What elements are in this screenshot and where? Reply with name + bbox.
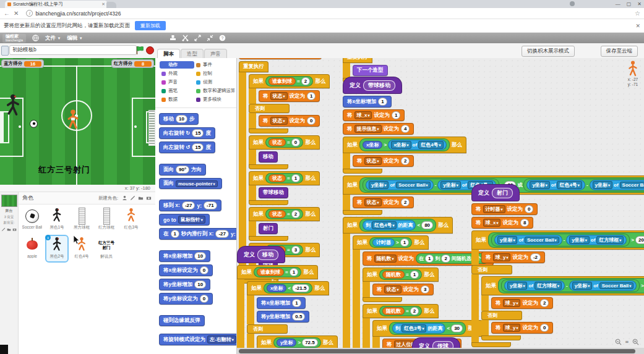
operator-reporter[interactable]: 到 红色3号▾ 的距离 < 30: [389, 322, 466, 335]
sprite-item[interactable]: i黑色2号: [45, 235, 69, 263]
c-block-head[interactable]: 如果 到 红色3号▾ 的距离 < 30 那么: [372, 320, 483, 337]
block-number-input[interactable]: -27: [215, 230, 229, 238]
stage-thumbnail-panel[interactable]: 舞台 3 背景 新背景:: [0, 192, 19, 354]
stage-thumbnail[interactable]: [1, 195, 17, 207]
stop-button[interactable]: [146, 46, 154, 54]
block-number-input[interactable]: 0: [540, 324, 549, 332]
block-dropdown[interactable]: 球_x▾: [483, 219, 501, 227]
block-number-input[interactable]: 0: [525, 205, 533, 213]
stage-size-toggle[interactable]: [1, 46, 9, 56]
c-block[interactable]: 如果 谁拿到球 = 1 那么如果 x坐标 < -21.5 那么将x坐标增加 1将…: [237, 265, 339, 354]
block-number-input[interactable]: 1: [171, 230, 179, 238]
c-block[interactable]: 如果 随机数 = 1 那么将 状态▾ 设定为 3: [363, 268, 439, 302]
block-number-input[interactable]: 90°: [176, 166, 189, 174]
sensing-reporter[interactable]: 到 红色3号▾ 的距离: [392, 323, 445, 334]
app-logo[interactable]: 编程家 bianchengjia: [2, 34, 26, 43]
block-dropdown[interactable]: 状态▾: [384, 285, 401, 293]
grow-sprite-icon[interactable]: [194, 35, 201, 41]
sensing-reporter[interactable]: x坐标▾ of 红色4号▾: [388, 140, 447, 150]
block-data[interactable]: 将 状态▾ 设定为 3: [372, 284, 434, 295]
block-custom[interactable]: 移动: [259, 151, 278, 162]
sprite-item[interactable]: 红方三号射门解说员: [95, 235, 118, 263]
block-motion[interactable]: 面向 mouse-pointer▾: [159, 178, 222, 189]
block-number-input[interactable]: 0: [291, 138, 300, 146]
block-number-input[interactable]: 8: [520, 219, 529, 227]
block-dropdown[interactable]: Soccer Ball▾: [525, 237, 559, 243]
c-block[interactable]: 如果 y坐标▾ of Soccer Ball▾ - y坐标▾ of 红方球框▾ …: [471, 230, 644, 347]
reporter-block[interactable]: x坐标: [363, 141, 382, 149]
c-block[interactable]: 如果 x坐标 > x坐标▾ of 红色4号▾ 那么将 状态▾ 设定为 2: [343, 137, 466, 174]
operator-reporter[interactable]: 谁拿到球 = 2: [265, 76, 313, 86]
horizontal-scrollbar-thumb[interactable]: [239, 349, 635, 353]
block-data[interactable]: 将 状态▾ 设定为 2: [353, 196, 414, 208]
camera-backdrop-icon[interactable]: [12, 227, 17, 232]
block-custom[interactable]: 射门: [259, 223, 278, 234]
block-motion[interactable]: go to 鼠标指针▾: [159, 214, 210, 225]
page-info-icon[interactable]: i: [26, 10, 33, 17]
block-dropdown[interactable]: 提示信息▾: [354, 125, 382, 133]
c-block[interactable]: 如果 状态 = 2 那么射门: [249, 207, 320, 241]
url-box[interactable]: i bianchengjia.cn/scratch/project/4326: [22, 9, 631, 17]
block-dropdown[interactable]: 鼠标指针▾: [178, 216, 205, 224]
save-to-cloud-button[interactable]: 保存至云端: [601, 46, 638, 57]
block-number-input[interactable]: 1: [290, 268, 298, 276]
c-block-head[interactable]: 如果 状态 = 0 那么: [249, 135, 320, 150]
palette-category[interactable]: 动作: [160, 61, 194, 69]
block-looks[interactable]: 下一个造型: [353, 65, 388, 76]
minimize-icon[interactable]: —: [616, 1, 620, 7]
script-area[interactable]: x: -27 y: -71 重复执行如果 谁拿到球 = 2 那么将 状态▾ 设定…: [237, 58, 644, 354]
browser-profile-avatar[interactable]: [570, 1, 575, 6]
operator-reporter[interactable]: 到 红色4号▾ 的距离 < 80: [359, 219, 436, 232]
c-block[interactable]: 如果 谁拿到球 = 2 那么将 状态▾ 设定为 1否则将 状态▾ 设定为 0: [249, 74, 330, 133]
palette-category[interactable]: 画笔: [160, 87, 194, 95]
block-dropdown[interactable]: 状态▾: [270, 92, 288, 100]
sensing-reporter[interactable]: y坐标▾ of Soccer Ball▾: [494, 235, 562, 245]
block-number-input[interactable]: 2: [441, 255, 450, 263]
block-dropdown[interactable]: 红方球框▾: [535, 282, 562, 290]
block-number-input[interactable]: 2: [401, 157, 410, 165]
palette-category[interactable]: 外观: [160, 70, 194, 77]
block-number-input[interactable]: 30: [451, 324, 463, 332]
zoom-out-icon[interactable]: [615, 339, 622, 345]
stage[interactable]: 蓝方得分 16 红方得分 8 红方三号射门: [0, 58, 155, 185]
script-stack[interactable]: 定义 射门将 计时器▾ 设定为 0将 球_x▾ 设定为 8如果 y坐标▾ of …: [471, 184, 644, 354]
block-number-input[interactable]: 1: [307, 92, 316, 100]
block-data[interactable]: 将 状态▾ 设定为 2: [353, 155, 414, 167]
variable-reporter[interactable]: 谁拿到球: [257, 268, 284, 276]
operator-reporter[interactable]: 随机数 = 1: [379, 269, 422, 280]
c-block-head[interactable]: 如果 x坐标 > x坐标▾ of 红色4号▾ 那么: [343, 137, 466, 153]
block-data[interactable]: 将 球_x▾ 设定为 8: [471, 217, 533, 229]
block-motion[interactable]: 将旋转模式设定为 左-右翻转▾: [159, 334, 237, 345]
block-dropdown[interactable]: y坐标▾: [440, 181, 460, 189]
c-block[interactable]: 如果 状态 = 1 那么带球移动: [249, 171, 320, 205]
block-number-input[interactable]: 2: [410, 307, 419, 315]
define-hat-block[interactable]: 定义 移动: [237, 246, 285, 263]
c-block[interactable]: 如果 状态 = 0 那么移动: [249, 135, 320, 169]
block-data[interactable]: 将 球_x▾ 设定为 1: [343, 109, 405, 121]
block-number-input[interactable]: -71: [204, 201, 217, 209]
paint-sprite-icon[interactable]: [130, 195, 135, 201]
block-motion[interactable]: 移动 10 步: [159, 113, 199, 125]
edit-menu[interactable]: 编辑 ▼: [67, 35, 82, 42]
block-dropdown[interactable]: 计时器▾: [483, 205, 505, 213]
block-dropdown[interactable]: Soccer Ball▾: [599, 282, 634, 289]
block-dropdown[interactable]: mouse-pointer▾: [176, 180, 218, 187]
c-block-head[interactable]: 如果 x坐标 < -21.5 那么: [247, 281, 329, 295]
sprite-item[interactable]: 黑色1号: [45, 206, 69, 234]
c-block-head[interactable]: 如果 状态 = 1 那么: [249, 171, 320, 185]
block-number-input[interactable]: 2: [291, 210, 300, 218]
block-number-input[interactable]: 3: [421, 285, 429, 293]
reporter-block[interactable]: y坐标: [277, 339, 296, 347]
paint-backdrop-icon[interactable]: [1, 227, 6, 232]
variable-reporter[interactable]: 谁拿到球: [268, 77, 296, 85]
language-globe-icon[interactable]: [32, 35, 39, 41]
block-motion[interactable]: 移到 x: -27 y: -71: [159, 200, 221, 211]
operator-reporter[interactable]: 谁拿到球 = 1: [254, 267, 301, 277]
sprite-item[interactable]: apple: [20, 235, 44, 263]
variable-reporter[interactable]: 随机数: [382, 307, 405, 315]
palette-category[interactable]: 事件: [194, 61, 237, 69]
project-name-input[interactable]: [9, 45, 137, 55]
block-data[interactable]: 将 状态▾ 设定为 0: [259, 115, 320, 127]
score-watcher-blue[interactable]: 蓝方得分 16: [1, 59, 44, 68]
operator-reporter[interactable]: y坐标▾ of 红方球框▾ - y坐标▾ of Soccer Ball▾ > 2…: [498, 278, 644, 293]
